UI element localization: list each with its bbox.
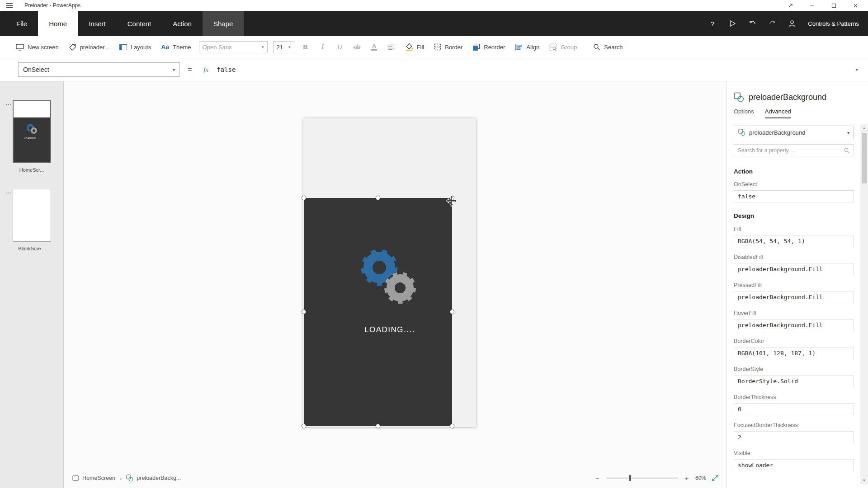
property-label: BorderColor: [734, 338, 854, 344]
scroll-down-button[interactable]: ▼: [860, 477, 868, 484]
property-value-borderstyle[interactable]: BorderStyle.Solid: [734, 375, 854, 387]
selection-handle-nw[interactable]: [302, 196, 306, 200]
new-screen-button[interactable]: New screen: [11, 39, 64, 55]
scroll-up-button[interactable]: ▲: [860, 124, 868, 132]
text-align-button[interactable]: [383, 39, 400, 55]
menu-tabs: File Home Insert Content Action Shape: [5, 11, 244, 36]
align-button[interactable]: Align: [510, 39, 544, 55]
expand-formula-bar-button[interactable]: ▾: [855, 67, 858, 73]
font-color-letter: A: [372, 44, 376, 49]
account-icon[interactable]: [788, 18, 796, 29]
move-cursor-icon: [445, 195, 458, 207]
more-options-button[interactable]: …: [5, 100, 12, 105]
property-value-fill[interactable]: RGBA(54, 54, 54, 1): [734, 235, 854, 247]
close-button[interactable]: [852, 2, 859, 9]
monitor-icon: [16, 43, 24, 51]
zoom-out-button[interactable]: −: [594, 474, 600, 482]
preloader-background-shape[interactable]: [304, 198, 452, 426]
property-value-borderthickness[interactable]: 0: [734, 403, 854, 415]
property-value-visible[interactable]: showLoader: [734, 459, 854, 471]
screen-thumbnail[interactable]: LOADING....: [13, 100, 51, 163]
tab-file[interactable]: File: [5, 11, 38, 36]
fx-icon: fx: [203, 66, 208, 74]
group-button[interactable]: Group: [544, 39, 582, 55]
menu-bar: File Home Insert Content Action Shape ? …: [0, 11, 868, 36]
undo-button[interactable]: [748, 18, 756, 29]
tab-content[interactable]: Content: [117, 11, 162, 36]
formula-input[interactable]: false: [217, 66, 236, 73]
property-value-pressedfill[interactable]: preloaderBackground.Fill: [734, 291, 854, 303]
fill-bucket-icon: [405, 43, 413, 51]
title-bar: Preloader - PowerApps: [0, 0, 868, 11]
fit-to-window-button[interactable]: [712, 474, 719, 482]
redo-button[interactable]: [768, 18, 776, 29]
breadcrumb-screen[interactable]: HomeScreen: [72, 475, 115, 481]
control-selector-dropdown[interactable]: preloaderBackground ▾: [734, 126, 854, 139]
selection-handle-se[interactable]: [450, 424, 454, 428]
main-area: … LOADING.... HomeScr... … BlankScre...: [0, 81, 868, 488]
theme-label: Theme: [173, 44, 191, 51]
italic-button[interactable]: I: [314, 39, 331, 55]
strikethrough-button[interactable]: ab: [349, 39, 366, 55]
shape-icon: [738, 129, 745, 136]
tag-icon: [69, 43, 76, 51]
property-value-onselect[interactable]: false: [734, 190, 854, 202]
font-color-button[interactable]: A: [366, 39, 383, 55]
theme-button[interactable]: Aa Theme: [156, 39, 196, 55]
underline-button[interactable]: U: [331, 39, 349, 55]
property-value-focusedborderthickness[interactable]: 2: [734, 431, 854, 443]
play-button[interactable]: [728, 18, 736, 29]
more-options-button[interactable]: …: [5, 189, 12, 193]
theme-icon: Aa: [161, 43, 169, 51]
selection-handle-n[interactable]: [376, 196, 380, 200]
screen-thumbnail[interactable]: [13, 189, 51, 242]
tab-home[interactable]: Home: [38, 11, 78, 36]
font-size-select[interactable]: 21 ▾: [273, 41, 294, 53]
rename-control-button[interactable]: preloader...: [64, 39, 114, 55]
breadcrumb-control[interactable]: preloaderBackg...: [126, 474, 181, 482]
border-button[interactable]: Border: [429, 39, 467, 55]
bold-button[interactable]: B: [297, 39, 314, 55]
tab-options[interactable]: Options: [734, 108, 754, 118]
chevron-down-icon: ▾: [286, 45, 291, 49]
fill-button[interactable]: Fill: [400, 39, 429, 55]
property-value-bordercolor[interactable]: RGBA(101, 128, 187, 1): [734, 347, 854, 359]
property-value-hoverfill[interactable]: preloaderBackground.Fill: [734, 319, 854, 331]
zoom-slider[interactable]: [606, 478, 678, 479]
selection-handle-s[interactable]: [376, 424, 380, 428]
property-select[interactable]: OnSelect ▾: [18, 62, 180, 77]
selected-control-title: preloaderBackground: [749, 93, 826, 102]
font-family-select[interactable]: Open Sans ▾: [199, 41, 268, 53]
align-label: Align: [526, 44, 539, 51]
zoom-in-button[interactable]: +: [684, 474, 690, 482]
help-button[interactable]: ?: [708, 18, 717, 29]
screen-item-homescreen[interactable]: … LOADING.... HomeScr...: [13, 100, 51, 173]
tab-shape[interactable]: Shape: [203, 11, 244, 36]
tab-home-label: Home: [49, 20, 67, 28]
selection-handle-sw[interactable]: [302, 424, 306, 428]
popout-button[interactable]: [787, 2, 794, 9]
screen-icon: [72, 475, 79, 481]
selection-handle-w[interactable]: [302, 310, 306, 314]
selection-handle-e[interactable]: [450, 310, 454, 314]
layouts-button[interactable]: Layouts: [114, 39, 156, 55]
tab-action[interactable]: Action: [162, 11, 203, 36]
thumbnail-loading-text: LOADING....: [24, 137, 39, 140]
maximize-button[interactable]: [830, 2, 837, 9]
hamburger-menu-icon[interactable]: [5, 1, 14, 9]
minimize-button[interactable]: [808, 2, 816, 9]
scroll-thumb[interactable]: [862, 133, 867, 183]
controls-patterns-toggle[interactable]: Controls & Patterns: [808, 20, 859, 27]
breadcrumb-separator: ›: [120, 475, 122, 482]
zoom-slider-handle[interactable]: [629, 475, 631, 481]
property-value-disabledfill[interactable]: preloaderBackground.Fill: [734, 263, 854, 275]
vertical-scrollbar[interactable]: ▲ ▼: [860, 124, 868, 484]
tab-advanced[interactable]: Advanced: [765, 108, 791, 118]
search-button[interactable]: Search: [588, 39, 627, 55]
section-action: Action: [734, 168, 854, 175]
tab-insert[interactable]: Insert: [78, 11, 117, 36]
reorder-button[interactable]: Reorder: [467, 39, 510, 55]
screen-item-blankscreen[interactable]: … BlankScre...: [13, 189, 51, 251]
property-search-input[interactable]: [738, 147, 844, 154]
layouts-icon: [119, 44, 127, 50]
